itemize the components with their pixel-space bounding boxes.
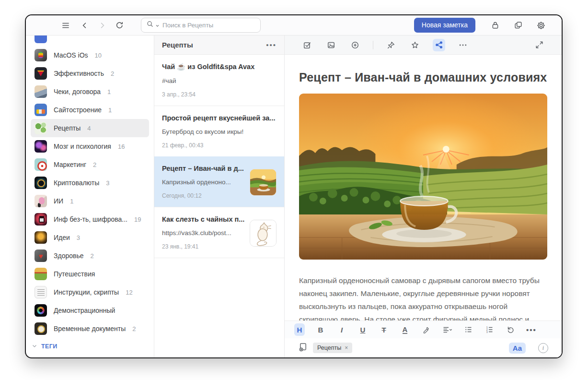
sidebar-item-macos[interactable]: MacOS iOs 10: [31, 46, 149, 64]
sidebar-item-partial[interactable]: [31, 36, 149, 46]
search-input[interactable]: Поиск в Рецепты: [141, 18, 261, 33]
format-toolbar: H B I U T A 123: [285, 321, 562, 338]
search-scope-chevron-icon[interactable]: [155, 21, 160, 30]
expand-icon[interactable]: [533, 39, 545, 51]
bullet-list-icon[interactable]: [463, 323, 473, 336]
forward-button[interactable]: [96, 19, 108, 32]
heading-button[interactable]: H: [294, 323, 305, 336]
sidebar-item-zdorovie[interactable]: ♥ Здоровье 2: [31, 247, 149, 265]
numbered-list-icon[interactable]: 123: [484, 323, 495, 336]
superman-shield-icon: [35, 67, 47, 80]
sidebar-item-puteshestviya[interactable]: Путешествия: [31, 265, 149, 283]
bold-button[interactable]: B: [315, 323, 326, 336]
copy-windows-icon[interactable]: [512, 19, 524, 32]
insert-plus-icon[interactable]: [349, 39, 361, 51]
search-placeholder: Поиск в Рецепты: [162, 22, 213, 29]
highlighter-icon[interactable]: [421, 323, 431, 336]
info-icon[interactable]: i: [538, 343, 548, 353]
share-icon[interactable]: [433, 39, 445, 51]
food-photo-icon: [35, 122, 47, 134]
sidebar-item-marketing[interactable]: Маркетинг 2: [31, 155, 149, 174]
note-title[interactable]: Рецепт – Иван-чай в домашних условиях: [299, 71, 547, 84]
editor-toolbar: [285, 36, 562, 55]
desktop: Поиск в Рецепты Новая заметка MacOS iOs …: [0, 0, 588, 380]
note-list-item-selected[interactable]: Рецепт – Иван-чай в д... Капризный орден…: [154, 156, 284, 207]
pocket-watch-icon: [35, 322, 47, 335]
sidebar-item-recepty[interactable]: Рецепты 4: [31, 119, 149, 137]
checkbox-icon[interactable]: [301, 39, 313, 51]
tag-chip-recepty[interactable]: Рецепты ×: [313, 343, 352, 353]
toolbar-divider: [373, 41, 373, 49]
strikethrough-button[interactable]: T: [379, 323, 389, 336]
settings-gear-icon[interactable]: [535, 19, 547, 32]
sidebar-item-cheki[interactable]: Чеки, договора 1: [31, 83, 149, 101]
dart-target-icon: [35, 158, 47, 171]
lock-icon[interactable]: [489, 19, 501, 32]
heart-icon: ♥: [35, 249, 47, 262]
align-button[interactable]: [442, 323, 452, 336]
chevron-down-icon: [32, 342, 37, 351]
sidebar-item-kriptovalyuty[interactable]: Криптовалюты 3: [31, 174, 149, 192]
search-icon: [146, 20, 154, 30]
font-style-button[interactable]: Aa: [509, 343, 526, 354]
flower-field-icon: [35, 268, 47, 280]
text-color-button[interactable]: A: [400, 323, 410, 336]
editor-more-icon[interactable]: [457, 39, 469, 51]
format-more-icon[interactable]: •••: [526, 323, 537, 336]
insert-image-icon[interactable]: [325, 39, 337, 51]
receipts-photo-icon: [35, 85, 47, 98]
bitcoin-coin-icon: [35, 177, 47, 189]
lightbulb-icon: [35, 231, 47, 244]
sidebar-item-saitostroenie[interactable]: Сайтостроение 1: [31, 101, 149, 119]
document-lines-icon: [35, 286, 47, 298]
notes-app-window: Поиск в Рецепты Новая заметка MacOS iOs …: [25, 14, 563, 358]
tag-bar: Рецепты × Aa i: [285, 338, 562, 357]
note-list-item[interactable]: Простой рецепт вкуснейшей за... Бутербро…: [154, 106, 284, 156]
menu-icon[interactable]: [59, 19, 72, 32]
notes-list-panel: Рецепты ••• Чай ☕ из Goldfit&spa Avax #ч…: [154, 36, 285, 357]
note-body-text[interactable]: Капризный орденоносный самовар с дырявым…: [299, 274, 547, 321]
sidebar-item-idei[interactable]: Идеи 3: [31, 228, 149, 247]
notes-list-more-icon[interactable]: •••: [266, 41, 277, 49]
sidebar-item-infbez[interactable]: Инф без-ть, шифрова... 19: [31, 210, 149, 228]
sidebar-item-mozg[interactable]: Мозг и психология 16: [31, 137, 149, 155]
undo-icon[interactable]: [505, 323, 516, 336]
remove-tag-icon[interactable]: ×: [345, 344, 348, 351]
editor-content[interactable]: Рецепт – Иван-чай в домашних условиях: [285, 55, 562, 321]
notebooks-sidebar: MacOS iOs 10 Эффективность 2 Чеки, догов…: [26, 36, 154, 357]
sidebar-item-effectivnost[interactable]: Эффективность 2: [31, 64, 149, 83]
note-list-item[interactable]: Как слезть с чайных п... https://vas3k.c…: [154, 207, 284, 258]
note-thumbnail-cat-drawing: [250, 220, 277, 247]
refresh-button[interactable]: [113, 19, 126, 32]
tags-section-toggle[interactable]: ТЕГИ: [32, 342, 58, 351]
top-toolbar: Поиск в Рецепты Новая заметка: [26, 15, 562, 36]
purple-fireworks-icon: [35, 140, 47, 153]
note-editor-panel: Рецепт – Иван-чай в домашних условиях: [285, 36, 562, 357]
new-note-button[interactable]: Новая заметка: [414, 18, 475, 33]
camera-lens-icon: [35, 304, 47, 317]
note-list-item[interactable]: Чай ☕ из Goldfit&spa Avax #чай 3 апр., 2…: [154, 55, 284, 106]
pink-robot-icon: [35, 195, 47, 207]
sidebar-item-demonstracionnyi[interactable]: Демонстрационный: [31, 301, 149, 320]
underline-button[interactable]: U: [357, 323, 368, 336]
blue-notebook-icon: [35, 36, 47, 43]
note-thumbnail-tea-photo: [250, 169, 277, 196]
star-icon[interactable]: [409, 39, 421, 51]
sidebar-item-ii[interactable]: ИИ 1: [31, 192, 149, 210]
notebook-title: Рецепты: [162, 41, 193, 49]
hero-image-tea-plantation[interactable]: [299, 94, 547, 260]
add-tag-icon[interactable]: [298, 342, 308, 354]
sidebar-item-vremennye[interactable]: Временные документы 2: [31, 320, 149, 338]
main-area: MacOS iOs 10 Эффективность 2 Чеки, догов…: [26, 36, 562, 357]
back-button[interactable]: [79, 19, 91, 32]
red-lock-icon: [35, 213, 47, 226]
svg-text:3: 3: [486, 331, 487, 333]
notes-list-header: Рецепты •••: [154, 36, 284, 55]
sidebar-item-instrukcii[interactable]: Инструкции, скрипты 12: [31, 283, 149, 301]
pin-icon[interactable]: [385, 39, 397, 51]
apple-logo-icon: [35, 49, 47, 61]
website-pixels-icon: [35, 104, 47, 116]
italic-button[interactable]: I: [336, 323, 347, 336]
